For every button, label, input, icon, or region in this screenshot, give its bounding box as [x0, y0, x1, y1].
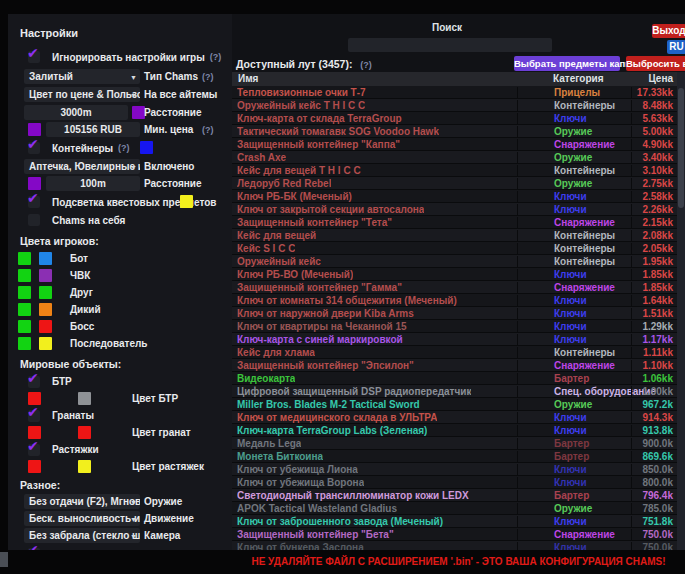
checkbox-row-chams-self[interactable]: Chams на себя — [8, 213, 232, 227]
table-row[interactable]: Кейс для вещей T H I C C Контейнеры 3.10… — [232, 164, 677, 177]
checkbox-tripwires[interactable] — [28, 444, 40, 456]
table-row[interactable]: Цифровой защищенный DSP радиопередатчик … — [232, 385, 677, 398]
table-row[interactable]: Ключ от убежища Ворона Ключи 800.0k — [232, 476, 677, 489]
column-header-price[interactable]: Цена — [631, 73, 673, 84]
checkbox-row-containers[interactable]: Контейнеры (?) — [8, 141, 232, 155]
table-row[interactable]: Ключ от квартиры на Чеканной 15 Ключи 1.… — [232, 320, 677, 333]
distance-input[interactable]: 3000m — [24, 105, 128, 120]
table-row[interactable]: Светодиодный трансиллюминатор кожи LEDX … — [232, 489, 677, 502]
checkbox-ignore-game[interactable] — [28, 51, 40, 63]
chams-type-select[interactable]: Залитый — [24, 69, 140, 84]
checkbox-row-btr[interactable]: БТР — [8, 375, 232, 388]
weapon-select[interactable]: Без отдачи (F2), Мгновенное п — [24, 494, 140, 509]
min-price-color-swatch[interactable] — [28, 123, 41, 136]
loot-filter-select[interactable]: Аптечка, Ювелирные и... — [24, 159, 140, 174]
column-header-name[interactable]: Имя — [238, 73, 258, 84]
table-row[interactable]: Защищенный контейнер "Бета" Снаряжение 7… — [232, 528, 677, 541]
item-category: Оружие — [517, 178, 631, 190]
table-row[interactable]: Miller Bros. Blades M-2 Tactical Sword О… — [232, 398, 677, 411]
table-row[interactable]: Видеокарта Бартер 1.06kk — [232, 372, 677, 385]
checkbox-row-tripwires[interactable]: Растяжки — [8, 443, 232, 456]
grenade-color-swatch-2[interactable] — [78, 426, 91, 439]
visible-color-swatch[interactable] — [18, 252, 31, 265]
checkbox-row-grenades[interactable]: Гранаты — [8, 409, 232, 422]
loot-distance-color-swatch[interactable] — [28, 177, 41, 190]
visible-color-swatch[interactable] — [18, 269, 31, 282]
table-row[interactable]: Ключ от убежища Лиона Ключи 850.0k — [232, 463, 677, 476]
table-row[interactable]: Тепловизионные очки Т-7 Прицелы 17.33kk — [232, 86, 677, 99]
min-price-input[interactable]: 105156 RUB — [46, 122, 140, 137]
table-row[interactable]: Ключ РБ-ВО (Меченый) Ключи 1.85kk — [232, 268, 677, 281]
checkbox-quest-highlight[interactable] — [28, 196, 40, 208]
table-row[interactable]: Ключ РБ-БК (Меченый) Ключи 2.58kk — [232, 190, 677, 203]
column-header-category[interactable]: Категория — [553, 73, 603, 84]
checkbox-btr[interactable] — [28, 376, 40, 388]
checkbox-label: БТР — [52, 376, 72, 387]
btr-color-swatch-2[interactable] — [78, 392, 91, 405]
select-kappa-items-button[interactable]: Выбрать предметы каппа — [514, 56, 620, 71]
table-row[interactable]: Медаль Lega Бартер 900.0k — [232, 437, 677, 450]
quest-color-swatch[interactable] — [180, 195, 193, 208]
all-items-select[interactable]: Цвет по цене & Пользователь — [24, 87, 140, 102]
item-name: Видеокарта — [237, 373, 295, 384]
hidden-color-swatch[interactable] — [39, 303, 52, 316]
table-row[interactable]: Защищенный контейнер "Тета" Снаряжение 2… — [232, 216, 677, 229]
loot-distance-input[interactable]: 100m — [46, 176, 140, 191]
checkbox-row-ignore-game[interactable]: Игнорировать настройки игры (?) — [8, 50, 232, 64]
visible-color-swatch[interactable] — [18, 337, 31, 350]
table-row[interactable]: Ключ-карта TerraGroup Labs (Зеленая) Клю… — [232, 424, 677, 437]
table-row[interactable]: Монета Биткоина Бартер 869.6k — [232, 450, 677, 463]
table-row[interactable]: Ключ от медицинского склада в УЛЬТРА Клю… — [232, 411, 677, 424]
item-name: Защищенный контейнер "Эпсилон" — [237, 360, 414, 371]
checkbox-containers[interactable] — [28, 142, 40, 154]
checkbox-grenades[interactable] — [28, 410, 40, 422]
tripwire-color-swatch-2[interactable] — [78, 460, 91, 473]
table-row[interactable]: Ключ от бункера Заслона Ключи 750.0k — [232, 541, 677, 550]
item-category: Оружие — [517, 503, 631, 515]
table-row[interactable]: Ледоруб Red Rebel Оружие 2.75kk — [232, 177, 677, 190]
hidden-color-swatch[interactable] — [39, 286, 52, 299]
camera-select[interactable]: Без забрала (стекло шлема) — [24, 528, 140, 543]
table-row[interactable]: Crash Axe Оружие 3.40kk — [232, 151, 677, 164]
visible-color-swatch[interactable] — [18, 286, 31, 299]
table-row[interactable]: Ключ от закрытой секции автосалона Ключи… — [232, 203, 677, 216]
movement-select[interactable]: Беск. выносливость и нет уста — [24, 511, 140, 526]
item-category: Снаряжение — [517, 282, 631, 294]
hidden-color-swatch[interactable] — [39, 252, 52, 265]
visible-color-swatch[interactable] — [18, 303, 31, 316]
player-type-label: Босс — [70, 321, 94, 332]
table-row[interactable]: Ключ от комнаты 314 общежития (Меченый) … — [232, 294, 677, 307]
table-row[interactable]: Ключ-карта от склада TerraGroup Ключи 5.… — [232, 112, 677, 125]
loot-table-header: Имя Категория Цена — [232, 72, 685, 86]
visible-color-swatch[interactable] — [18, 320, 31, 333]
search-input[interactable] — [348, 38, 552, 52]
table-row[interactable]: Защищенный контейнер "Гамма" Снаряжение … — [232, 281, 677, 294]
item-name: Кейс для вещей — [237, 230, 316, 241]
table-row[interactable]: Ключ от заброшенного завода (Меченый) Кл… — [232, 515, 677, 528]
containers-color-swatch[interactable] — [140, 141, 153, 154]
checkbox-row-quest-highlight[interactable]: Подсветка квестовых предметов — [8, 195, 232, 209]
tripwire-color-swatch-1[interactable] — [28, 460, 41, 473]
scrollbar-thumb[interactable] — [678, 88, 684, 208]
exit-button[interactable]: Выход — [652, 24, 685, 38]
hidden-color-swatch[interactable] — [39, 269, 52, 282]
table-row[interactable]: APOK Tactical Wasteland Gladius Оружие 7… — [232, 502, 677, 515]
table-scrollbar[interactable] — [677, 72, 685, 550]
language-button[interactable]: RU — [667, 40, 685, 54]
table-row[interactable]: Кейс S I C C Контейнеры 2.05kk — [232, 242, 677, 255]
table-row[interactable]: Оружейный кейс Контейнеры 1.95kk — [232, 255, 677, 268]
item-category: Бартер — [517, 490, 631, 502]
hidden-color-swatch[interactable] — [39, 337, 52, 350]
hidden-color-swatch[interactable] — [39, 320, 52, 333]
drop-all-button[interactable]: Выбросить все — [626, 56, 685, 71]
table-row[interactable]: Ключ от наружной двери Kiba Arms Ключи 1… — [232, 307, 677, 320]
table-row[interactable]: Кейс для хлама Контейнеры 1.11kk — [232, 346, 677, 359]
table-row[interactable]: Ключ-карта с синей маркировкой Ключи 1.1… — [232, 333, 677, 346]
table-row[interactable]: Защищенный контейнер "Эпсилон" Снаряжени… — [232, 359, 677, 372]
table-row[interactable]: Тактический томагавк SOG Voodoo Hawk Ору… — [232, 125, 677, 138]
checkbox-chams-self[interactable] — [28, 214, 40, 226]
item-category: Ключи — [517, 412, 631, 424]
table-row[interactable]: Защищенный контейнер "Каппа" Снаряжение … — [232, 138, 677, 151]
table-row[interactable]: Оружейный кейс T H I C C Контейнеры 8.48… — [232, 99, 677, 112]
table-row[interactable]: Кейс для вещей Контейнеры 2.08kk — [232, 229, 677, 242]
